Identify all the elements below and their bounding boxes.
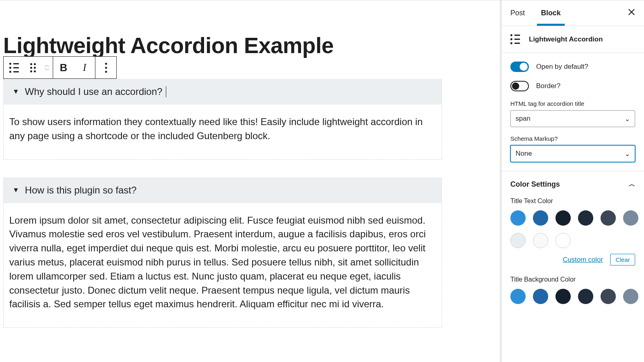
settings-sidebar: Post Block Lightweight Accordion Open by… — [501, 0, 644, 362]
triangle-down-icon: ▼ — [12, 88, 19, 96]
select-value: span — [516, 115, 530, 123]
color-swatch[interactable] — [578, 210, 593, 226]
sidebar-tabs: Post Block — [502, 0, 644, 26]
color-swatch[interactable] — [510, 210, 526, 226]
triangle-down-icon: ▼ — [12, 186, 19, 194]
title-text-swatches — [510, 210, 635, 248]
select-value: None — [516, 150, 532, 158]
chevron-up-icon: ︿ — [629, 180, 635, 189]
move-down-button[interactable]: ﹀ — [45, 68, 50, 72]
color-swatch[interactable] — [601, 210, 616, 226]
field-label: HTML tag for accordion title — [510, 100, 635, 107]
accordion-title[interactable]: ▼ How is this plugin so fast? — [4, 177, 442, 203]
kebab-icon — [105, 63, 107, 73]
color-swatch[interactable] — [623, 289, 638, 304]
html-tag-select[interactable]: span ⌄ — [510, 110, 635, 127]
tab-post[interactable]: Post — [510, 1, 525, 25]
color-settings-header[interactable]: Color Settings ︿ — [502, 171, 644, 197]
color-label: Title Text Color — [510, 197, 635, 205]
block-settings-panel: Open by default? Border? HTML tag for ac… — [502, 53, 644, 171]
text-cursor — [166, 86, 166, 97]
accordion-block[interactable]: ▼ Why should I use an accordion? To show… — [3, 79, 442, 160]
color-swatch[interactable] — [555, 289, 571, 304]
bold-button[interactable]: B — [53, 57, 74, 78]
editor-canvas: Lightweight Accordion Example ︿ ﹀ — [0, 0, 501, 362]
drag-handle[interactable] — [25, 57, 41, 78]
block-mover: ︿ ﹀ — [41, 57, 53, 78]
color-swatch[interactable] — [601, 289, 616, 304]
toggle-label: Open by default? — [536, 63, 588, 71]
block-name: Lightweight Accordion — [529, 35, 603, 43]
accordion-body[interactable]: To show users information they contextua… — [4, 105, 442, 143]
block-header: Lightweight Accordion — [502, 26, 644, 53]
color-swatch[interactable] — [533, 289, 548, 304]
more-options-button[interactable] — [95, 57, 116, 78]
clear-color-button[interactable]: Clear — [610, 254, 635, 265]
title-bg-swatches — [510, 289, 635, 304]
schema-select[interactable]: None ⌄ — [510, 145, 635, 162]
accordion-title[interactable]: ▼ Why should I use an accordion? — [4, 79, 442, 105]
block-type-icon[interactable] — [4, 57, 25, 78]
drag-icon — [30, 63, 36, 72]
color-settings-panel: Title Text Color Custom color Clear Titl… — [502, 197, 644, 317]
close-sidebar-button[interactable] — [628, 8, 635, 18]
block-toolbar: ︿ ﹀ B I — [3, 56, 117, 79]
accordion-body[interactable]: Lorem ipsum dolor sit amet, consectetur … — [4, 203, 442, 312]
color-label: Title Background Color — [510, 276, 635, 283]
toggle-border[interactable] — [510, 81, 529, 91]
accordion-block[interactable]: ▼ How is this plugin so fast? Lorem ipsu… — [3, 177, 442, 328]
tab-block[interactable]: Block — [541, 1, 561, 25]
custom-color-link[interactable]: Custom color — [563, 256, 603, 264]
color-swatch[interactable] — [510, 233, 526, 248]
color-swatch[interactable] — [555, 210, 571, 226]
accordion-title-text[interactable]: How is this plugin so fast? — [25, 185, 136, 196]
color-swatch[interactable] — [578, 289, 593, 304]
color-swatch[interactable] — [623, 210, 638, 226]
color-swatch[interactable] — [533, 233, 548, 248]
color-swatch[interactable] — [510, 289, 526, 304]
toggle-open-by-default[interactable] — [510, 62, 529, 72]
close-icon — [628, 8, 635, 16]
block-icon — [510, 34, 522, 44]
accordion-title-text[interactable]: Why should I use an accordion? — [25, 86, 163, 97]
chevron-down-icon: ⌄ — [625, 150, 630, 158]
color-swatch[interactable] — [533, 210, 548, 226]
field-label: Schema Markup? — [510, 135, 635, 142]
chevron-down-icon: ⌄ — [625, 115, 630, 123]
color-swatch[interactable] — [555, 233, 571, 248]
list-icon — [9, 63, 19, 73]
page-title[interactable]: Lightweight Accordion Example — [3, 0, 442, 58]
italic-button[interactable]: I — [74, 57, 95, 78]
toggle-label: Border? — [536, 82, 560, 90]
panel-title: Color Settings — [510, 180, 560, 189]
